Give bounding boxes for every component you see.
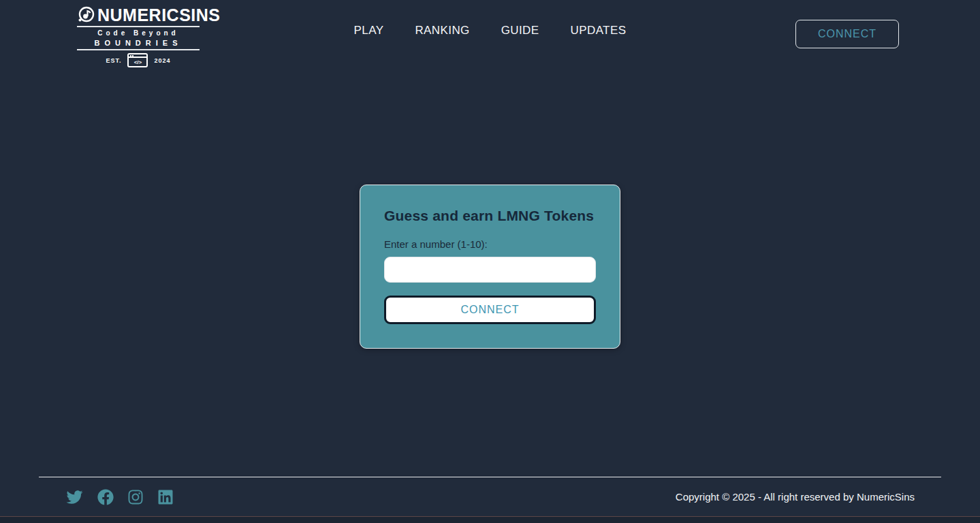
social-links: [65, 489, 174, 505]
nav-item-guide[interactable]: GUIDE: [501, 24, 539, 37]
logo-tagline-line2: BOUNDRIES: [77, 39, 200, 47]
logo-tagline-line1: Code Beyond: [77, 29, 200, 37]
nav-item-updates[interactable]: UPDATES: [571, 24, 627, 37]
logo-est-label: EST.: [106, 57, 121, 64]
site-logo[interactable]: NUMERICSINS Code Beyond BOUNDRIES EST. <…: [77, 5, 200, 67]
nav-item-ranking[interactable]: RANKING: [415, 24, 469, 37]
logo-divider-bottom: [77, 49, 200, 50]
header: NUMERICSINS Code Beyond BOUNDRIES EST. <…: [0, 0, 980, 68]
twitter-icon[interactable]: [65, 489, 84, 505]
logo-est-year: 2024: [154, 57, 170, 64]
footer: Copyright © 2025 - All right reserved by…: [0, 477, 980, 523]
numericsins-logo-icon: [77, 6, 95, 25]
main-content: Guess and earn LMNG Tokens Enter a numbe…: [0, 68, 980, 477]
bottom-strip: [0, 516, 980, 523]
guess-game-card: Guess and earn LMNG Tokens Enter a numbe…: [360, 185, 620, 349]
main-nav: PLAY RANKING GUIDE UPDATES: [354, 24, 627, 37]
card-connect-button[interactable]: CONNECT: [384, 296, 596, 324]
logo-divider-top: [77, 26, 200, 27]
instagram-icon[interactable]: [127, 489, 144, 505]
logo-name: NUMERICSINS: [97, 5, 221, 25]
code-window-icon: </>: [127, 53, 148, 67]
nav-item-play[interactable]: PLAY: [354, 24, 384, 37]
card-title: Guess and earn LMNG Tokens: [384, 208, 596, 224]
linkedin-icon[interactable]: [157, 489, 174, 505]
connect-wallet-button[interactable]: CONNECT: [795, 20, 899, 48]
number-input[interactable]: [384, 257, 596, 283]
copyright-text: Copyright © 2025 - All right reserved by…: [676, 491, 915, 503]
facebook-icon[interactable]: [97, 489, 114, 505]
number-input-label: Enter a number (1-10):: [384, 238, 596, 250]
